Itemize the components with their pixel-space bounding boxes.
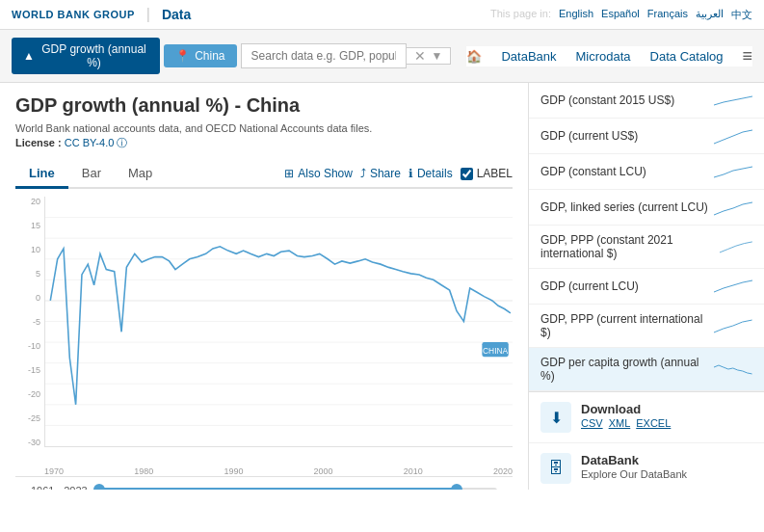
chart-plot: CHINA	[44, 197, 513, 447]
dropdown-icon[interactable]: ▼	[432, 49, 443, 63]
indicator-gdp-linked[interactable]: GDP, linked series (current LCU)	[529, 190, 764, 226]
indicator-gdp-constant-2015[interactable]: GDP (constant 2015 US$)	[529, 83, 764, 119]
details-label: Details	[417, 167, 453, 180]
left-panel: GDP growth (annual %) - China World Bank…	[0, 83, 528, 490]
sparkline-2	[714, 126, 752, 146]
subtitle: World Bank national accounts data, and O…	[15, 122, 513, 134]
search-actions: ✕ ▼	[407, 47, 452, 65]
sparkline-5	[720, 237, 752, 256]
indicator-gdp-ppp-current[interactable]: GDP, PPP (current international $)	[529, 305, 764, 348]
slider-fill	[97, 488, 458, 490]
download-links: CSV XML EXCEL	[581, 417, 671, 429]
slider-thumb-left[interactable]	[93, 484, 105, 490]
nav-microdata[interactable]: Microdata	[576, 49, 631, 64]
license-link[interactable]: CC BY-4.0	[65, 137, 115, 148]
indicator-gdp-per-capita[interactable]: GDP per capita growth (annual %)	[529, 348, 764, 391]
databank-icon-wrap: 🗄	[540, 453, 571, 484]
lang-arabic[interactable]: العربية	[696, 8, 724, 22]
language-bar: This page in: English Español Français ا…	[490, 8, 752, 22]
lang-espanol[interactable]: Español	[601, 8, 640, 22]
share-icon: ⤴	[360, 167, 366, 180]
lang-francais[interactable]: Français	[647, 8, 688, 22]
page-title: GDP growth (annual %) - China	[15, 94, 513, 117]
download-text: Download CSV XML EXCEL	[581, 402, 671, 429]
tab-bar: Line Bar Map ⊞ Also Show ⤴ Share ℹ Detai…	[15, 160, 513, 189]
main-content: GDP growth (annual %) - China World Bank…	[0, 83, 764, 490]
label-text: LABEL	[477, 167, 513, 180]
timeline-range: 1961 - 2023	[31, 485, 88, 490]
also-show-label: Also Show	[298, 167, 353, 180]
databank-text: DataBank Explore Our DataBank	[581, 453, 687, 480]
info-icon[interactable]: ⓘ	[117, 137, 127, 148]
details-button[interactable]: ℹ Details	[408, 167, 453, 180]
label-checkbox[interactable]	[461, 168, 473, 180]
logo-world-bank: WORLD BANK GROUP	[12, 9, 135, 20]
chart-y-axis: 20 15 10 5 0 -5 -10 -15 -20 -25 -30	[15, 197, 44, 447]
home-link[interactable]: 🏠	[466, 49, 482, 64]
databank-title: DataBank	[581, 453, 687, 467]
databank-sub: Explore Our DataBank	[581, 468, 687, 480]
page-label: This page in:	[490, 8, 551, 22]
also-show-button[interactable]: ⊞ Also Show	[284, 167, 353, 180]
download-excel[interactable]: EXCEL	[636, 417, 671, 429]
download-icon: ⬇	[550, 409, 563, 427]
license-label: License :	[15, 137, 62, 148]
sparkline-6	[714, 277, 752, 296]
details-icon: ℹ	[408, 167, 413, 180]
home-icon: 🏠	[466, 49, 482, 64]
logo-separator: |	[146, 6, 150, 23]
logo-area: WORLD BANK GROUP | Data	[12, 6, 191, 23]
databank-icon: 🗄	[548, 460, 564, 477]
share-button[interactable]: ⤴ Share	[360, 167, 401, 180]
databank-action[interactable]: 🗄 DataBank Explore Our DataBank	[529, 443, 764, 490]
china-tag-button[interactable]: 📍 China	[164, 44, 236, 67]
slider-thumb-right[interactable]	[451, 484, 462, 490]
nav-bar: 🏠 DataBank Microdata Data Catalog ≡	[466, 46, 752, 66]
gdp-tag-label: GDP growth (annual %)	[40, 42, 148, 69]
tab-actions: ⊞ Also Show ⤴ Share ℹ Details LABEL	[284, 167, 513, 180]
nav-databank[interactable]: DataBank	[501, 49, 556, 64]
download-title: Download	[581, 402, 671, 416]
lang-english[interactable]: English	[559, 8, 593, 22]
lang-chinese[interactable]: 中文	[731, 8, 752, 22]
label-checkbox-wrap[interactable]: LABEL	[461, 167, 513, 180]
search-input[interactable]	[241, 43, 407, 68]
top-bar: WORLD BANK GROUP | Data This page in: En…	[0, 0, 764, 30]
tab-map[interactable]: Map	[115, 160, 166, 189]
indicator-gdp-ppp-2021[interactable]: GDP, PPP (constant 2021 international $)	[529, 226, 764, 269]
gdp-tag-icon: ▲	[23, 49, 35, 63]
svg-text:CHINA: CHINA	[483, 346, 509, 356]
indicator-gdp-constant-lcu[interactable]: GDP (constant LCU)	[529, 154, 764, 190]
search-bar: ▲ GDP growth (annual %) 📍 China ✕ ▼ 🏠 Da…	[0, 30, 764, 83]
nav-data-catalog[interactable]: Data Catalog	[650, 49, 724, 64]
chart-area: 20 15 10 5 0 -5 -10 -15 -20 -25 -30	[15, 197, 513, 476]
pin-icon: 📍	[175, 49, 190, 63]
download-icon-wrap: ⬇	[540, 402, 571, 433]
gdp-tag-button[interactable]: ▲ GDP growth (annual %)	[12, 38, 160, 74]
chart-x-axis: 1970 1980 1990 2000 2010 2020	[44, 466, 513, 476]
download-csv[interactable]: CSV	[581, 417, 603, 429]
timeline-slider-track[interactable]	[97, 488, 497, 490]
nav-menu-icon[interactable]: ≡	[742, 46, 752, 66]
download-action[interactable]: ⬇ Download CSV XML EXCEL	[529, 392, 764, 443]
indicator-list: GDP (constant 2015 US$) GDP (current US$…	[529, 83, 764, 391]
tab-line[interactable]: Line	[15, 160, 68, 189]
sparkline-4	[714, 198, 752, 217]
also-show-icon: ⊞	[284, 167, 294, 180]
share-label: Share	[370, 167, 401, 180]
china-tag-label: China	[195, 49, 224, 63]
tab-bar-chart[interactable]: Bar	[68, 160, 115, 189]
indicator-gdp-current[interactable]: GDP (current US$)	[529, 119, 764, 154]
indicator-gdp-current-lcu[interactable]: GDP (current LCU)	[529, 269, 764, 305]
bottom-actions: ⬇ Download CSV XML EXCEL 🗄 DataBank	[529, 391, 764, 490]
license: License : CC BY-4.0 ⓘ	[15, 136, 513, 150]
download-xml[interactable]: XML	[609, 417, 631, 429]
sparkline-7	[714, 316, 752, 335]
sparkline-8	[714, 359, 752, 379]
timeline: 1961 - 2023	[15, 476, 513, 490]
logo-data: Data	[162, 7, 191, 22]
sparkline-1	[714, 91, 752, 110]
sparkline-3	[714, 162, 752, 181]
right-panel: GDP (constant 2015 US$) GDP (current US$…	[528, 83, 764, 490]
clear-icon[interactable]: ✕	[414, 48, 426, 64]
